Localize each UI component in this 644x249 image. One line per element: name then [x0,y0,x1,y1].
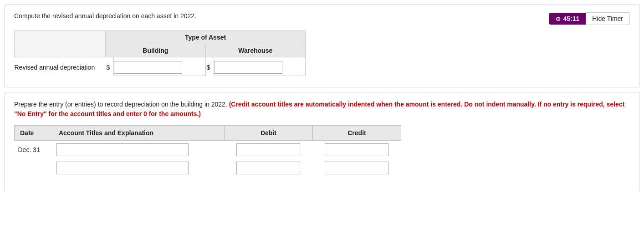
building-dollar: $ [106,57,114,76]
timer-area: ⊙ 45:11 Hide Timer [549,12,630,25]
col-building-header: Building [106,44,205,57]
warehouse-depreciation-input[interactable] [214,61,282,74]
row1-debit-input[interactable] [236,143,300,156]
building-depreciation-input[interactable] [114,61,182,74]
timer-value: 45:11 [563,15,580,22]
warehouse-input-cell [214,57,306,76]
section2: Prepare the entry (or entries) to record… [5,92,639,191]
section1: Compute the revised annual depreciation … [5,5,639,87]
row1-debit-cell [224,141,312,159]
asset-table: Type of Asset Building Warehouse Revised… [14,30,306,76]
building-input-cell [114,57,205,76]
top-bar: Compute the revised annual depreciation … [14,12,630,25]
journal-row1: Dec. 31 [15,141,401,159]
journal-row2 [15,159,401,177]
row2-credit-input[interactable] [325,162,388,174]
col-debit-header: Debit [224,126,312,141]
revised-depreciation-label: Revised annual depreciation [15,57,106,76]
row2-date-empty [15,159,53,177]
row2-credit-cell [312,159,401,177]
type-of-asset-header: Type of Asset [106,31,306,44]
section1-instruction: Compute the revised annual depreciation … [14,12,196,20]
row2-account-input[interactable] [56,162,189,174]
warehouse-dollar: $ [205,57,214,76]
col-credit-header: Credit [312,126,401,141]
row1-credit-input[interactable] [325,143,388,156]
row1-account-input[interactable] [56,143,189,156]
row1-account-cell [53,141,224,159]
row2-debit-input[interactable] [236,162,300,174]
clock-icon: ⊙ [556,15,561,22]
hide-timer-button[interactable]: Hide Timer [586,12,630,25]
row1-date: Dec. 31 [15,141,53,159]
col-warehouse-header: Warehouse [205,44,306,57]
row2-debit-cell [224,159,312,177]
col-account-header: Account Titles and Explanation [53,126,224,141]
row1-credit-cell [312,141,401,159]
timer-badge: ⊙ 45:11 [549,13,586,25]
col-date-header: Date [15,126,53,141]
instruction2-static: Prepare the entry (or entries) to record… [14,101,227,108]
section2-instruction: Prepare the entry (or entries) to record… [14,100,630,119]
row2-account-cell [53,159,224,177]
journal-table: Date Account Titles and Explanation Debi… [14,125,401,177]
